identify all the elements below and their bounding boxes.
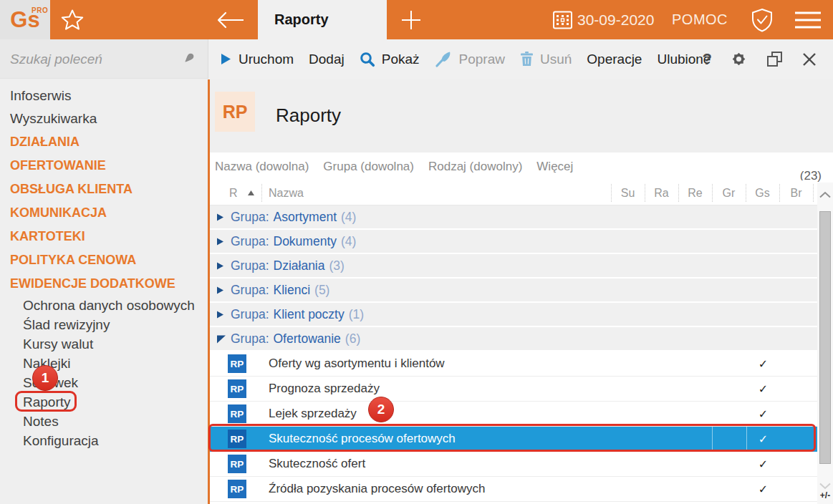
group-count: (6): [345, 331, 360, 346]
sidebar-item-schowek[interactable]: Schowek: [0, 373, 208, 392]
favorites-star-icon[interactable]: [60, 8, 85, 32]
help-question-button[interactable]: ?: [703, 50, 712, 69]
toolbar-dodaj-label: Dodaj: [309, 52, 345, 67]
group-name: Działania: [274, 258, 325, 273]
toolbar-usun-button[interactable]: Usuń: [520, 52, 572, 67]
group-row-klient-poczty[interactable]: Grupa:Klient poczty(1): [208, 303, 817, 326]
report-row[interactable]: RPPrognoza sprzedaży✓: [208, 377, 817, 402]
pin-icon[interactable]: [180, 51, 196, 69]
sidebar-item-ofertowanie[interactable]: OFERTOWANIE: [0, 154, 208, 178]
app-logo[interactable]: Gs PRO: [0, 0, 50, 39]
gs-checkmark: ✓: [746, 483, 780, 496]
uruchom-icon: [220, 52, 232, 66]
zoom-plus-minus[interactable]: +/-: [817, 490, 833, 500]
expanded-triangle-icon[interactable]: [216, 334, 226, 344]
sidebar-item-obsluga-klienta[interactable]: OBSŁUGA KLIENTA: [0, 178, 208, 201]
collapsed-triangle-icon[interactable]: [216, 286, 226, 295]
group-row-klienci[interactable]: Grupa:Klienci(5): [208, 278, 817, 301]
toolbar-uruchom-button[interactable]: Uruchom: [220, 52, 294, 67]
group-prefix: Grupa:: [231, 331, 269, 346]
sidebar-item-wyszukiwarka[interactable]: Wyszukiwarka: [0, 107, 208, 130]
toolbar-operacje-button[interactable]: Operacje: [587, 52, 642, 67]
table-header: R Nazwa SuRaReGrGsBr: [208, 180, 817, 205]
sidebar-item-ochrona-danych[interactable]: Ochrona danych osobowych: [0, 296, 208, 315]
toolbar-pokaz-label: Pokaż: [382, 52, 420, 67]
group-row-ofertowanie[interactable]: Grupa:Ofertowanie(6): [208, 327, 817, 350]
report-row[interactable]: RPOferty wg asortymentu i klientów✓: [208, 352, 817, 377]
collapsed-triangle-icon[interactable]: [216, 261, 226, 271]
report-type-badge: RP: [228, 480, 246, 498]
help-menu[interactable]: POMOC: [672, 0, 728, 39]
scrollbar-thumb[interactable]: [819, 211, 831, 464]
sidebar-item-dzialania[interactable]: DZIAŁANIA: [0, 130, 208, 154]
sidebar-item-infoserwis[interactable]: Infoserwis: [0, 84, 208, 107]
report-name: Źródła pozyskania procesów ofertowych: [269, 482, 485, 496]
search-placeholder: Szukaj poleceń: [10, 39, 102, 79]
filter-grupa[interactable]: Grupa (dowolna): [323, 160, 414, 174]
settings-gear-icon[interactable]: [730, 50, 748, 68]
column-header-gr[interactable]: Gr: [712, 180, 746, 205]
filter-wiecej[interactable]: Więcej: [536, 160, 573, 174]
column-header-nazwa[interactable]: Nazwa: [269, 180, 304, 205]
calendar-icon[interactable]: [553, 11, 572, 29]
sidebar-item-komunikacja[interactable]: KOMUNIKACJA: [0, 201, 208, 225]
main-toolbar: UruchomDodajPokażPoprawUsuńOperacjeUlubi…: [208, 39, 833, 79]
toolbar-pokaz-button[interactable]: Pokaż: [360, 52, 420, 67]
group-prefix: Grupa:: [231, 210, 269, 225]
tab-raporty[interactable]: Raporty: [258, 0, 387, 39]
back-arrow-icon[interactable]: [213, 11, 246, 29]
sidebar: Szukaj poleceń InfoserwisWyszukiwarkaDZI…: [0, 39, 208, 504]
toolbar-popraw-label: Popraw: [459, 52, 505, 67]
annotation-step-2: 2: [368, 397, 394, 422]
group-row-dzia-ania[interactable]: Grupa:Działania(3): [208, 254, 817, 277]
close-icon[interactable]: [801, 52, 817, 67]
new-tab-plus-icon[interactable]: [400, 9, 423, 32]
group-name: Dokumenty: [274, 234, 337, 249]
column-header-br[interactable]: Br: [779, 180, 813, 205]
gs-checkmark: ✓: [746, 457, 780, 471]
column-header-su[interactable]: Su: [611, 180, 645, 205]
toolbar-right-icons: ?: [703, 39, 833, 79]
sidebar-item-kursy-walut[interactable]: Kursy walut: [0, 334, 208, 354]
report-row[interactable]: RPŹródła pozyskania procesów ofertowych✓: [208, 477, 817, 502]
report-row[interactable]: RPSkuteczność ofert✓: [208, 452, 817, 477]
group-count: (3): [329, 258, 344, 273]
toolbar-popraw-button[interactable]: Popraw: [435, 51, 505, 67]
filter-rodzaj[interactable]: Rodzaj (dowolny): [428, 160, 522, 174]
hamburger-menu-icon[interactable]: [792, 10, 824, 30]
collapsed-triangle-icon[interactable]: [216, 213, 226, 222]
sidebar-item-konfiguracja[interactable]: Konfiguracja: [0, 431, 208, 450]
page-title: Raporty: [276, 79, 341, 152]
report-name: Skuteczność ofert: [269, 457, 365, 471]
gs-checkmark: ✓: [746, 382, 780, 396]
group-count: (4): [341, 210, 356, 225]
group-row-dokumenty[interactable]: Grupa:Dokumenty(4): [208, 230, 817, 253]
column-header-r[interactable]: R: [229, 180, 238, 205]
filter-nazwa[interactable]: Nazwa (dowolna): [215, 160, 309, 174]
sidebar-item-polityka-cenowa[interactable]: POLITYKA CENOWA: [0, 248, 208, 272]
column-header-ra[interactable]: Ra: [645, 180, 678, 205]
current-date[interactable]: 30-09-2020: [577, 0, 654, 39]
report-name: Prognoza sprzedaży: [269, 382, 380, 396]
command-search-input[interactable]: Szukaj poleceń: [0, 39, 208, 79]
sidebar-item-kartoteki[interactable]: KARTOTEKI: [0, 225, 208, 248]
sidebar-item-naklejki[interactable]: Naklejki: [0, 354, 208, 373]
report-type-badge: RP: [228, 379, 246, 398]
toolbar-dodaj-button[interactable]: Dodaj: [309, 52, 345, 67]
report-row[interactable]: RPLejek sprzedaży✓: [208, 402, 817, 427]
column-header-gs[interactable]: Gs: [746, 180, 779, 205]
sidebar-item-notes[interactable]: Notes: [0, 412, 208, 431]
toolbar-uruchom-label: Uruchom: [239, 52, 294, 67]
sort-ascending-icon[interactable]: [247, 180, 255, 205]
shield-check-icon[interactable]: [749, 7, 775, 33]
group-row-asortyment[interactable]: Grupa:Asortyment(4): [208, 205, 817, 228]
sidebar-item-slad-rewizyjny[interactable]: Ślad rewizyjny: [0, 315, 208, 334]
report-name: Lejek sprzedaży: [269, 407, 357, 421]
collapsed-triangle-icon[interactable]: [216, 237, 226, 246]
collapsed-triangle-icon[interactable]: [216, 310, 226, 319]
title-block: RP Raporty: [208, 79, 833, 152]
sidebar-item-ewidencje-dodatkowe[interactable]: EWIDENCJE DODATKOWE: [0, 272, 208, 296]
cascade-windows-icon[interactable]: [766, 50, 784, 68]
scroll-up-icon[interactable]: [819, 188, 832, 201]
column-header-re[interactable]: Re: [678, 180, 712, 205]
